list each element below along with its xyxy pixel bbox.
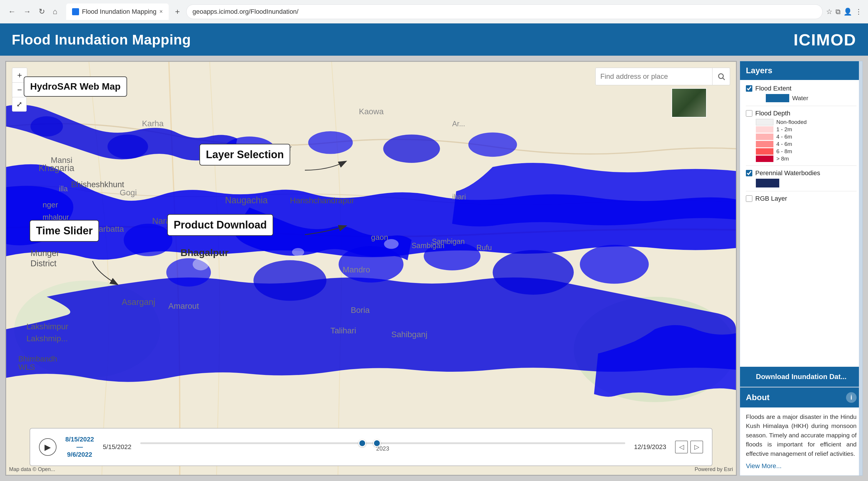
browser-nav-controls: ← → ↻ ⌂ [6,6,60,17]
flood-depth-checkbox[interactable] [746,110,752,117]
map-area[interactable]: Khagaria Mansi Bhisheshkhunt Bhagalpur N… [5,61,737,476]
svg-text:Ar...: Ar... [452,120,465,128]
menu-icon[interactable]: ⋮ [855,8,862,16]
perennial-label: Perennial Waterbodies [755,169,820,177]
search-input[interactable] [595,68,713,85]
svg-text:Asarganj: Asarganj [122,297,155,307]
svg-text:Bhagalpur: Bhagalpur [180,247,228,258]
slider-handle-right[interactable] [373,440,381,447]
rgb-layer: RGB Layer [746,195,857,203]
new-tab-button[interactable]: + [172,6,183,18]
reload-button[interactable]: ↻ [36,6,48,17]
flood-extent-checkbox[interactable] [746,85,752,92]
rgb-checkbox[interactable] [746,196,752,202]
svg-point-15 [30,116,63,137]
perennial-row: Perennial Waterbodies [746,169,857,177]
depth-2-4m-label: 4 - 6m [776,133,792,140]
slider-start-label: 5/15/2022 [103,443,131,451]
layers-title: Layers [746,66,772,75]
legend-row-nonflooded: Non-flooded [756,119,857,125]
svg-text:ihari: ihari [452,193,466,201]
tab-title: Flood Inundation Mapping [82,8,156,16]
map-background: Khagaria Mansi Bhisheshkhunt Bhagalpur N… [6,62,736,475]
depth-1-2m-swatch [756,126,773,133]
hydrosar-annotation: HydroSAR Web Map [24,77,127,97]
layers-section: Layers Flood Extent Water [740,61,862,367]
address-bar[interactable]: geoapps.icimod.org/FloodInundation/ [186,4,823,19]
svg-text:Naugachia: Naugachia [225,195,268,205]
panel-scrollbar[interactable] [859,61,862,475]
svg-point-16 [193,258,209,270]
svg-point-6 [254,260,327,301]
svg-text:Talihari: Talihari [331,326,356,335]
about-info-icon[interactable]: i [846,392,857,403]
satellite-thumbnail [672,88,707,117]
svg-point-14 [468,132,517,157]
svg-text:gaon: gaon [371,233,388,242]
slider-prev-button[interactable]: ◁ [675,441,688,453]
slider-track-area[interactable]: 2023 [140,442,625,452]
svg-point-13 [383,134,440,163]
url-text: geoapps.icimod.org/FloodInundation/ [192,8,299,16]
time-slider-panel: ▶ 8/15/2022 — 9/6/2022 5/15/2022 2023 12… [30,428,713,466]
svg-point-3 [124,224,172,256]
view-more-link[interactable]: View More... [746,461,857,471]
download-button[interactable]: Download Inundation Dat... [740,367,862,387]
flood-extent-layer: Flood Extent Water [746,85,857,102]
svg-text:Harishchandrapur: Harishchandrapur [290,196,354,205]
depth-6-8m-label: 6 - 8m [776,148,792,155]
svg-point-4 [339,246,404,283]
depth-4-6m-swatch [756,141,773,147]
about-content: Floods are a major disaster in the Hindu… [740,408,862,476]
depth-4-6m-label: 4 - 6m [776,141,792,147]
legend-row-6-8m: 6 - 8m [756,148,857,155]
depth-gt8m-swatch [756,155,773,162]
svg-text:Amarout: Amarout [168,301,199,310]
search-button[interactable] [713,68,730,85]
map-search-area [595,68,730,85]
flood-extent-row: Flood Extent [746,85,857,92]
range-divider: — [76,443,83,451]
svg-text:Bhimbandh: Bhimbandh [19,355,57,363]
star-icon[interactable]: ☆ [826,8,833,16]
time-slider-annotation: Time Slider [30,220,99,242]
perennial-checkbox[interactable] [746,170,752,176]
slider-handle-left[interactable] [359,440,366,447]
svg-text:Lakshimpur: Lakshimpur [26,322,68,331]
layer-divider-2 [746,166,857,166]
perennial-swatch [756,179,779,187]
svg-text:Sahibganj: Sahibganj [391,330,427,339]
svg-text:Rufu: Rufu [476,243,492,252]
svg-text:Kaowa: Kaowa [359,107,384,116]
main-content: Khagaria Mansi Bhisheshkhunt Bhagalpur N… [0,56,868,481]
app-header: Flood Inundation Mapping ICIMOD [0,24,868,56]
fullscreen-button[interactable]: ⤢ [12,97,27,112]
browser-tab[interactable]: Flood Inundation Mapping × [66,3,169,20]
depth-6-8m-swatch [756,148,773,155]
svg-text:illa: illa [59,185,68,193]
svg-text:Boria: Boria [351,305,370,314]
slider-nav-buttons: ◁ ▷ [675,441,703,453]
svg-text:Karha: Karha [142,119,164,128]
svg-text:WLS: WLS [19,363,35,371]
svg-point-7 [493,250,574,295]
slider-next-button[interactable]: ▷ [690,441,703,453]
layers-header: Layers [740,61,862,80]
svg-text:Mandro: Mandro [343,265,370,274]
extensions-icon[interactable]: ⧉ [836,8,840,16]
svg-text:Sambigan: Sambigan [432,237,465,245]
svg-text:Gogi: Gogi [120,188,137,197]
svg-text:nger: nger [43,200,58,209]
back-button[interactable]: ← [6,6,18,17]
tab-close-button[interactable]: × [159,8,163,15]
rgb-row: RGB Layer [746,195,857,203]
legend-row-1-2m: 1 - 2m [756,126,857,133]
slider-track[interactable] [140,442,625,444]
browser-chrome: ← → ↻ ⌂ Flood Inundation Mapping × + geo… [0,0,868,24]
forward-button[interactable]: → [21,6,33,17]
layers-content: Flood Extent Water Flood Depth [740,80,862,207]
home-button[interactable]: ⌂ [50,6,60,17]
profile-icon[interactable]: 👤 [843,8,852,16]
svg-text:Lakshmip...: Lakshmip... [26,334,68,343]
play-button[interactable]: ▶ [39,438,57,456]
